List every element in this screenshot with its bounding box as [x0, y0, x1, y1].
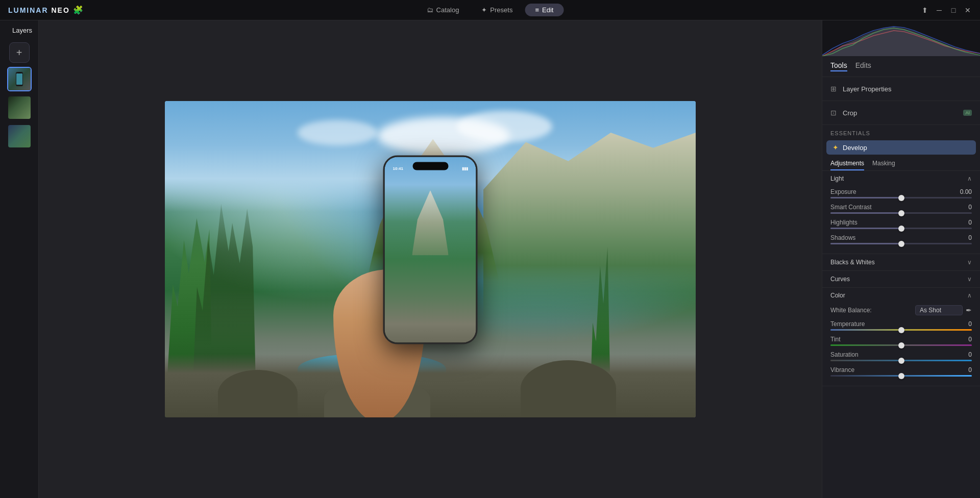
exposure-label: Exposure	[830, 188, 856, 195]
shadows-track[interactable]	[830, 243, 972, 244]
highlights-value: 0	[968, 219, 972, 226]
left-sidebar: Layers +	[0, 20, 39, 498]
blacks-whites-label: Blacks & Whites	[830, 259, 967, 266]
white-balance-row: White Balance: As Shot Auto Daylight Clo…	[830, 305, 972, 315]
exposure-thumb[interactable]	[898, 195, 904, 201]
layer-thumbnail-1[interactable]	[7, 67, 32, 91]
smart-contrast-thumb[interactable]	[898, 210, 904, 216]
highlights-fill	[830, 228, 901, 229]
smart-contrast-label: Smart Contrast	[830, 204, 872, 211]
exposure-track[interactable]	[830, 197, 972, 198]
color-section: Color ∧ White Balance: As Shot Auto Dayl…	[822, 288, 980, 386]
tab-tools[interactable]: Tools	[830, 61, 847, 71]
saturation-thumb[interactable]	[898, 358, 904, 364]
layer-thumbnail-2[interactable]	[7, 95, 32, 120]
layer-properties-row[interactable]: ⊞ Layer Properties	[830, 81, 972, 96]
shadows-thumb[interactable]	[898, 241, 904, 247]
exposure-slider-row: Exposure 0.00	[830, 188, 972, 198]
phone-in-photo: 10:41 ▮▮▮	[383, 156, 478, 344]
topbar: LUMINAR NEO 🧩 🗂 Catalog ✦ Presets ≡ Edit…	[0, 0, 980, 20]
minimize-button[interactable]: ─	[935, 6, 943, 14]
presets-icon: ✦	[481, 6, 487, 14]
develop-label: Develop	[843, 144, 867, 152]
color-section-header[interactable]: Color ∧	[822, 288, 980, 303]
svg-rect-2	[18, 72, 21, 73]
canvas-area: 10:41 ▮▮▮	[39, 20, 822, 498]
layer-properties-section: ⊞ Layer Properties	[822, 77, 980, 101]
highlights-thumb[interactable]	[898, 226, 904, 232]
add-layer-button[interactable]: +	[9, 42, 30, 63]
vibrance-track[interactable]	[830, 375, 972, 377]
exposure-value: 0.00	[960, 188, 972, 195]
temperature-slider-row: Temperature 0	[830, 320, 972, 331]
svg-rect-1	[16, 73, 22, 85]
crop-icon: ⊡	[830, 109, 839, 117]
develop-icon: ✦	[832, 143, 839, 152]
crop-section: ⊡ Crop AI	[822, 101, 980, 125]
histogram-chart	[822, 20, 980, 56]
tint-thumb[interactable]	[898, 342, 904, 348]
smart-contrast-fill	[830, 212, 901, 214]
tab-masking[interactable]: Masking	[872, 160, 895, 170]
curves-expand-icon: ∨	[967, 276, 972, 283]
vibrance-thumb[interactable]	[898, 373, 904, 379]
blacks-whites-section[interactable]: Blacks & Whites ∨	[822, 254, 980, 271]
catalog-tab[interactable]: 🗂 Catalog	[416, 4, 470, 16]
puzzle-icon: 🧩	[73, 5, 83, 15]
highlights-label: Highlights	[830, 219, 857, 226]
nav-tabs: 🗂 Catalog ✦ Presets ≡ Edit	[416, 4, 564, 16]
tint-track[interactable]	[830, 344, 972, 346]
phone-thumb-icon	[11, 71, 28, 87]
close-button[interactable]: ✕	[964, 6, 972, 14]
right-panel-tabs: Tools Edits	[822, 56, 980, 77]
white-balance-dropper-icon[interactable]: ✒	[966, 306, 972, 314]
edit-tab[interactable]: ≡ Edit	[525, 4, 564, 16]
vibrance-value: 0	[968, 366, 972, 374]
highlights-slider-row: Highlights 0	[830, 219, 972, 229]
temperature-thumb[interactable]	[898, 327, 904, 333]
curves-section[interactable]: Curves ∨	[822, 271, 980, 288]
tint-value: 0	[968, 336, 972, 343]
smart-contrast-slider-row: Smart Contrast 0	[830, 204, 972, 214]
layer-properties-label: Layer Properties	[843, 85, 972, 93]
right-sidebar: Tools Edits ⊞ Layer Properties ⊡ Crop AI…	[822, 20, 980, 498]
edit-label: Edit	[542, 6, 553, 14]
layers-title: Layers	[6, 27, 32, 34]
develop-panel[interactable]: ✦ Develop	[826, 140, 976, 155]
crop-ai-badge: AI	[963, 110, 972, 116]
share-button[interactable]: ⬆	[921, 6, 929, 14]
light-section-content: Exposure 0.00 Smart Contrast 0	[822, 186, 980, 254]
layers-icon: ⊞	[830, 85, 839, 93]
highlights-track[interactable]	[830, 228, 972, 229]
exposure-fill	[830, 197, 901, 198]
temperature-track[interactable]	[830, 329, 972, 331]
saturation-value: 0	[968, 351, 972, 358]
crop-row[interactable]: ⊡ Crop AI	[830, 105, 972, 120]
smart-contrast-track[interactable]	[830, 212, 972, 214]
white-balance-select[interactable]: As Shot Auto Daylight Cloudy Shade Tungs…	[915, 305, 963, 315]
smart-contrast-value: 0	[968, 204, 972, 211]
tab-edits[interactable]: Edits	[855, 61, 871, 71]
window-controls: ⬆ ─ □ ✕	[921, 6, 972, 14]
shadows-fill	[830, 243, 901, 244]
adjustments-tabs: Adjustments Masking	[822, 157, 980, 171]
saturation-label: Saturation	[830, 351, 859, 358]
color-section-title: Color	[830, 292, 967, 299]
light-section: Light ∧ Exposure 0.00	[822, 171, 980, 254]
shadows-value: 0	[968, 234, 972, 241]
blacks-whites-expand-icon: ∨	[967, 259, 972, 266]
histogram	[822, 20, 980, 56]
layer-thumbnail-3[interactable]	[7, 124, 32, 148]
maximize-button[interactable]: □	[949, 6, 958, 14]
main-layout: Layers +	[0, 20, 980, 498]
catalog-icon: 🗂	[427, 6, 433, 14]
vibrance-label: Vibrance	[830, 366, 854, 374]
presets-tab[interactable]: ✦ Presets	[471, 4, 523, 16]
svg-marker-3	[822, 27, 980, 56]
light-section-header[interactable]: Light ∧	[822, 171, 980, 186]
main-photo: 10:41 ▮▮▮	[165, 101, 696, 417]
tab-adjustments[interactable]: Adjustments	[830, 160, 864, 170]
temperature-label: Temperature	[830, 320, 865, 328]
light-collapse-icon: ∧	[967, 175, 972, 182]
saturation-track[interactable]	[830, 360, 972, 361]
